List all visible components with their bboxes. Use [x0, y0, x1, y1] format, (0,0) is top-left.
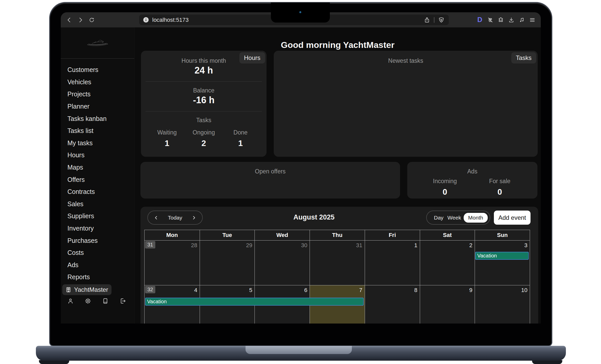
sidebar-item-customers[interactable]: Customers: [67, 64, 132, 76]
browser-window: localhost:5173 D: [61, 12, 541, 324]
laptop-mockup: localhost:5173 D: [0, 0, 601, 364]
reload-icon[interactable]: [88, 17, 95, 23]
site-info-icon[interactable]: [143, 17, 149, 23]
sidebar-item-reports[interactable]: Reports: [67, 271, 132, 283]
logout-icon[interactable]: [119, 297, 126, 305]
vacation-event[interactable]: Vacation: [145, 298, 364, 306]
workspace-selector[interactable]: YachtMaster: [62, 284, 111, 295]
calendar-week-row: 31 28 29 30 31 1 2 3 Vacation: [145, 240, 530, 285]
newest-tasks-card: Tasks Newest tasks: [274, 51, 538, 157]
sidebar-item-ads[interactable]: Ads: [67, 259, 132, 271]
view-week-button[interactable]: Week: [446, 215, 463, 221]
menu-hamburger-icon[interactable]: [529, 17, 536, 23]
ads-title: Ads: [407, 168, 537, 175]
sidebar-item-inventory[interactable]: Inventory: [67, 222, 132, 235]
page-title: Good morning YachtMaster: [135, 40, 541, 50]
sidebar-item-offers[interactable]: Offers: [67, 173, 132, 186]
webcam-dot: [299, 11, 301, 13]
day-cell[interactable]: 3: [475, 241, 530, 285]
incoming-value: 0: [417, 187, 472, 197]
forward-icon[interactable]: [77, 17, 84, 23]
sidebar-item-suppliers[interactable]: Suppliers: [67, 210, 132, 222]
day-cell[interactable]: 31: [310, 241, 365, 285]
url-text: localhost:5173: [152, 17, 189, 23]
settings-gear-icon[interactable]: [84, 297, 91, 305]
downloads-icon[interactable]: [508, 17, 515, 23]
workspace-label: YachtMaster: [74, 286, 108, 293]
for-sale-value: 0: [472, 187, 527, 197]
docs-tablet-icon[interactable]: [102, 297, 109, 305]
sidebar: Customers Vehicles Projects Planner Task…: [61, 27, 135, 324]
day-header-sat: Sat: [420, 230, 475, 240]
trackpad-lip: [246, 346, 352, 354]
hours-card: Hours Hours this month 24 h Balance -16 …: [141, 51, 267, 157]
view-day-button[interactable]: Day: [432, 215, 445, 221]
week-number-badge: 31: [145, 241, 155, 248]
balance-label: Balance: [141, 87, 267, 94]
open-offers-card: Open offers: [140, 162, 400, 199]
profile-icon[interactable]: [67, 297, 74, 305]
tasks-stats: Waiting 1 Ongoing 2 Done 1: [149, 129, 259, 148]
day-cell[interactable]: 8: [365, 285, 420, 324]
day-cell[interactable]: 29: [200, 241, 255, 285]
ongoing-label: Ongoing: [185, 129, 222, 136]
sidebar-nav: Customers Vehicles Projects Planner Task…: [67, 64, 132, 283]
ongoing-value: 2: [185, 139, 222, 148]
extensions-puzzle-icon[interactable]: [497, 17, 504, 23]
tasks-label: Tasks: [141, 117, 267, 124]
rewards-off-icon[interactable]: [487, 17, 494, 23]
toolbar-extensions: D: [476, 17, 536, 23]
balance-value: -16 h: [141, 95, 267, 106]
share-icon[interactable]: [424, 17, 430, 23]
done-label: Done: [222, 129, 259, 136]
sidebar-item-tasks-list[interactable]: Tasks list: [67, 125, 132, 137]
day-header-tue: Tue: [200, 230, 255, 240]
day-header-wed: Wed: [254, 230, 310, 240]
sidebar-item-contracts[interactable]: Contracts: [67, 186, 132, 198]
sidebar-item-maps[interactable]: Maps: [67, 161, 132, 174]
building-icon: [65, 287, 72, 293]
d-extension-icon[interactable]: D: [476, 17, 483, 23]
toolbar-divider: [434, 17, 434, 23]
day-cell[interactable]: 10: [475, 285, 530, 324]
add-event-button[interactable]: Add event: [494, 211, 531, 225]
music-note-icon[interactable]: [518, 17, 525, 23]
brave-shield-icon[interactable]: [438, 17, 445, 23]
sidebar-item-tasks-kanban[interactable]: Tasks kanban: [67, 112, 132, 125]
prev-month-icon[interactable]: [154, 216, 158, 220]
sidebar-item-sales[interactable]: Sales: [67, 198, 132, 210]
calendar-grid: Mon Tue Wed Thu Fri Sat Sun 31 28 29: [144, 230, 530, 324]
waiting-value: 1: [149, 139, 185, 148]
sidebar-item-projects[interactable]: Projects: [67, 88, 132, 100]
done-value: 1: [222, 139, 259, 148]
day-cell[interactable]: 9: [420, 285, 475, 324]
sidebar-item-my-tasks[interactable]: My tasks: [67, 137, 132, 149]
day-cell[interactable]: 31 28: [145, 241, 200, 285]
yacht-logo: [85, 38, 110, 48]
day-cell[interactable]: 2: [420, 241, 475, 285]
sidebar-item-vehicles[interactable]: Vehicles: [67, 76, 132, 88]
sidebar-item-planner[interactable]: Planner: [67, 100, 132, 113]
incoming-label: Incoming: [417, 178, 472, 185]
day-header-fri: Fri: [365, 230, 420, 240]
newest-tasks-title: Newest tasks: [274, 57, 538, 64]
today-button[interactable]: Today: [168, 215, 182, 221]
day-header-sun: Sun: [475, 230, 530, 240]
sidebar-item-costs[interactable]: Costs: [67, 247, 132, 259]
camera-notch: [271, 3, 330, 23]
back-icon[interactable]: [66, 17, 73, 23]
hours-month-label: Hours this month: [141, 57, 267, 64]
app-root: Customers Vehicles Projects Planner Task…: [61, 27, 541, 324]
vacation-event[interactable]: Vacation: [475, 252, 529, 260]
view-month-button[interactable]: Month: [464, 213, 488, 223]
sidebar-item-hours[interactable]: Hours: [67, 149, 132, 161]
ads-card: Ads Incoming 0 For sale 0: [407, 162, 537, 199]
calendar-title: August 2025: [237, 213, 391, 221]
sidebar-item-purchases[interactable]: Purchases: [67, 234, 132, 247]
dashboard: Good morning YachtMaster Hours Hours thi…: [135, 27, 541, 324]
day-cell[interactable]: 30: [254, 241, 310, 285]
day-cell[interactable]: 1: [365, 241, 420, 285]
calendar-view-switcher: Day Week Month: [426, 211, 490, 225]
next-month-icon[interactable]: [192, 216, 196, 220]
waiting-label: Waiting: [149, 129, 185, 136]
